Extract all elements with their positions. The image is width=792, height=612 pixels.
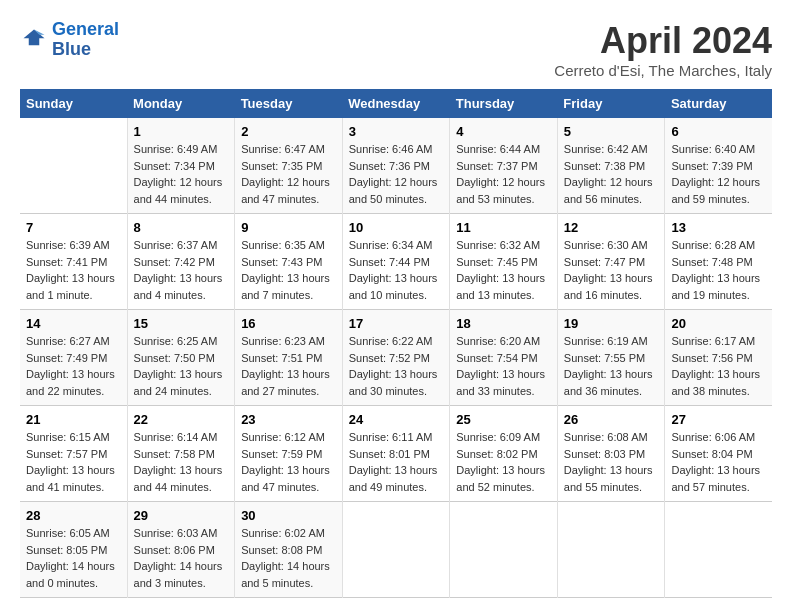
day-number: 10 [349,220,444,235]
day-number: 20 [671,316,766,331]
calendar-cell: 18Sunrise: 6:20 AM Sunset: 7:54 PM Dayli… [450,310,558,406]
day-number: 8 [134,220,229,235]
calendar-cell: 3Sunrise: 6:46 AM Sunset: 7:36 PM Daylig… [342,118,450,214]
calendar-cell: 2Sunrise: 6:47 AM Sunset: 7:35 PM Daylig… [235,118,343,214]
day-number: 1 [134,124,229,139]
cell-content: Sunrise: 6:25 AM Sunset: 7:50 PM Dayligh… [134,333,229,399]
day-number: 15 [134,316,229,331]
day-number: 21 [26,412,121,427]
logo-line2: Blue [52,39,91,59]
cell-content: Sunrise: 6:14 AM Sunset: 7:58 PM Dayligh… [134,429,229,495]
cell-content: Sunrise: 6:40 AM Sunset: 7:39 PM Dayligh… [671,141,766,207]
subtitle: Cerreto d'Esi, The Marches, Italy [554,62,772,79]
cell-content: Sunrise: 6:02 AM Sunset: 8:08 PM Dayligh… [241,525,336,591]
day-number: 23 [241,412,336,427]
calendar-body: 1Sunrise: 6:49 AM Sunset: 7:34 PM Daylig… [20,118,772,598]
weekday-header-cell: Wednesday [342,89,450,118]
calendar-cell: 5Sunrise: 6:42 AM Sunset: 7:38 PM Daylig… [557,118,665,214]
calendar-cell: 1Sunrise: 6:49 AM Sunset: 7:34 PM Daylig… [127,118,235,214]
calendar-week-row: 7Sunrise: 6:39 AM Sunset: 7:41 PM Daylig… [20,214,772,310]
cell-content: Sunrise: 6:42 AM Sunset: 7:38 PM Dayligh… [564,141,659,207]
weekday-header-cell: Tuesday [235,89,343,118]
calendar-cell: 23Sunrise: 6:12 AM Sunset: 7:59 PM Dayli… [235,406,343,502]
calendar-cell: 16Sunrise: 6:23 AM Sunset: 7:51 PM Dayli… [235,310,343,406]
calendar-week-row: 1Sunrise: 6:49 AM Sunset: 7:34 PM Daylig… [20,118,772,214]
cell-content: Sunrise: 6:23 AM Sunset: 7:51 PM Dayligh… [241,333,336,399]
calendar-cell: 11Sunrise: 6:32 AM Sunset: 7:45 PM Dayli… [450,214,558,310]
calendar-cell: 24Sunrise: 6:11 AM Sunset: 8:01 PM Dayli… [342,406,450,502]
cell-content: Sunrise: 6:09 AM Sunset: 8:02 PM Dayligh… [456,429,551,495]
day-number: 28 [26,508,121,523]
calendar-cell [557,502,665,598]
calendar-cell: 13Sunrise: 6:28 AM Sunset: 7:48 PM Dayli… [665,214,772,310]
cell-content: Sunrise: 6:17 AM Sunset: 7:56 PM Dayligh… [671,333,766,399]
weekday-header-cell: Sunday [20,89,127,118]
calendar-cell: 9Sunrise: 6:35 AM Sunset: 7:43 PM Daylig… [235,214,343,310]
calendar-table: SundayMondayTuesdayWednesdayThursdayFrid… [20,89,772,598]
weekday-header-cell: Friday [557,89,665,118]
weekday-header-row: SundayMondayTuesdayWednesdayThursdayFrid… [20,89,772,118]
day-number: 18 [456,316,551,331]
cell-content: Sunrise: 6:06 AM Sunset: 8:04 PM Dayligh… [671,429,766,495]
logo-text: General Blue [52,20,119,60]
cell-content: Sunrise: 6:11 AM Sunset: 8:01 PM Dayligh… [349,429,444,495]
day-number: 22 [134,412,229,427]
calendar-cell: 8Sunrise: 6:37 AM Sunset: 7:42 PM Daylig… [127,214,235,310]
cell-content: Sunrise: 6:12 AM Sunset: 7:59 PM Dayligh… [241,429,336,495]
title-block: April 2024 Cerreto d'Esi, The Marches, I… [554,20,772,79]
cell-content: Sunrise: 6:05 AM Sunset: 8:05 PM Dayligh… [26,525,121,591]
day-number: 24 [349,412,444,427]
calendar-cell: 7Sunrise: 6:39 AM Sunset: 7:41 PM Daylig… [20,214,127,310]
cell-content: Sunrise: 6:08 AM Sunset: 8:03 PM Dayligh… [564,429,659,495]
logo-icon [20,26,48,54]
calendar-cell: 30Sunrise: 6:02 AM Sunset: 8:08 PM Dayli… [235,502,343,598]
day-number: 4 [456,124,551,139]
calendar-cell: 14Sunrise: 6:27 AM Sunset: 7:49 PM Dayli… [20,310,127,406]
day-number: 17 [349,316,444,331]
day-number: 13 [671,220,766,235]
cell-content: Sunrise: 6:03 AM Sunset: 8:06 PM Dayligh… [134,525,229,591]
calendar-week-row: 14Sunrise: 6:27 AM Sunset: 7:49 PM Dayli… [20,310,772,406]
calendar-cell: 17Sunrise: 6:22 AM Sunset: 7:52 PM Dayli… [342,310,450,406]
day-number: 30 [241,508,336,523]
day-number: 9 [241,220,336,235]
calendar-cell: 15Sunrise: 6:25 AM Sunset: 7:50 PM Dayli… [127,310,235,406]
main-title: April 2024 [554,20,772,62]
cell-content: Sunrise: 6:30 AM Sunset: 7:47 PM Dayligh… [564,237,659,303]
calendar-cell [342,502,450,598]
calendar-cell: 21Sunrise: 6:15 AM Sunset: 7:57 PM Dayli… [20,406,127,502]
cell-content: Sunrise: 6:47 AM Sunset: 7:35 PM Dayligh… [241,141,336,207]
calendar-cell: 27Sunrise: 6:06 AM Sunset: 8:04 PM Dayli… [665,406,772,502]
day-number: 12 [564,220,659,235]
calendar-cell: 12Sunrise: 6:30 AM Sunset: 7:47 PM Dayli… [557,214,665,310]
cell-content: Sunrise: 6:39 AM Sunset: 7:41 PM Dayligh… [26,237,121,303]
calendar-cell: 25Sunrise: 6:09 AM Sunset: 8:02 PM Dayli… [450,406,558,502]
day-number: 16 [241,316,336,331]
day-number: 29 [134,508,229,523]
cell-content: Sunrise: 6:49 AM Sunset: 7:34 PM Dayligh… [134,141,229,207]
cell-content: Sunrise: 6:28 AM Sunset: 7:48 PM Dayligh… [671,237,766,303]
weekday-header-cell: Thursday [450,89,558,118]
day-number: 2 [241,124,336,139]
weekday-header-cell: Monday [127,89,235,118]
header: General Blue April 2024 Cerreto d'Esi, T… [20,20,772,79]
calendar-cell [665,502,772,598]
weekday-header-cell: Saturday [665,89,772,118]
calendar-cell: 6Sunrise: 6:40 AM Sunset: 7:39 PM Daylig… [665,118,772,214]
calendar-week-row: 21Sunrise: 6:15 AM Sunset: 7:57 PM Dayli… [20,406,772,502]
cell-content: Sunrise: 6:44 AM Sunset: 7:37 PM Dayligh… [456,141,551,207]
day-number: 6 [671,124,766,139]
cell-content: Sunrise: 6:22 AM Sunset: 7:52 PM Dayligh… [349,333,444,399]
cell-content: Sunrise: 6:37 AM Sunset: 7:42 PM Dayligh… [134,237,229,303]
calendar-cell: 22Sunrise: 6:14 AM Sunset: 7:58 PM Dayli… [127,406,235,502]
calendar-cell: 28Sunrise: 6:05 AM Sunset: 8:05 PM Dayli… [20,502,127,598]
day-number: 7 [26,220,121,235]
day-number: 5 [564,124,659,139]
logo: General Blue [20,20,119,60]
calendar-cell: 10Sunrise: 6:34 AM Sunset: 7:44 PM Dayli… [342,214,450,310]
calendar-header: SundayMondayTuesdayWednesdayThursdayFrid… [20,89,772,118]
cell-content: Sunrise: 6:46 AM Sunset: 7:36 PM Dayligh… [349,141,444,207]
calendar-cell: 4Sunrise: 6:44 AM Sunset: 7:37 PM Daylig… [450,118,558,214]
cell-content: Sunrise: 6:15 AM Sunset: 7:57 PM Dayligh… [26,429,121,495]
calendar-week-row: 28Sunrise: 6:05 AM Sunset: 8:05 PM Dayli… [20,502,772,598]
